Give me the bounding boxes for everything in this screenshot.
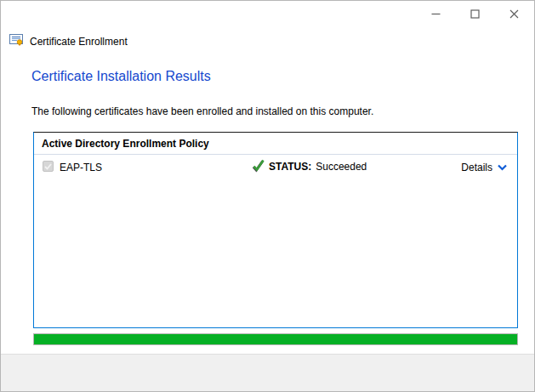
minimize-icon <box>431 9 441 19</box>
certificate-enrollment-window: Certificate Enrollment Certificate Insta… <box>0 0 535 392</box>
enrollment-policy-panel: Active Directory Enrollment Policy EAP-T… <box>33 132 518 328</box>
app-header: Certificate Enrollment <box>9 32 128 50</box>
status-group: STATUS: Succeeded <box>252 158 367 175</box>
progress-bar <box>33 333 518 345</box>
details-label: Details <box>461 162 492 173</box>
caption-button-group <box>416 2 533 26</box>
page-title: Certificate Installation Results <box>31 69 211 84</box>
status-label: STATUS: <box>269 161 311 173</box>
enrollment-policy-header: Active Directory Enrollment Policy <box>34 133 517 155</box>
details-dropdown[interactable]: Details <box>461 162 507 173</box>
close-icon <box>509 9 519 19</box>
certificate-row: EAP-TLS STATUS: Succeeded Details <box>34 155 517 184</box>
chevron-down-icon <box>498 162 507 173</box>
certificate-icon <box>9 32 24 50</box>
checkbox-check-icon <box>43 162 53 171</box>
maximize-button[interactable] <box>455 2 494 26</box>
close-button[interactable] <box>494 2 533 26</box>
maximize-icon <box>470 9 480 19</box>
certificate-checkbox-disabled <box>43 161 54 172</box>
certificate-name: EAP-TLS <box>60 162 102 173</box>
progress-fill <box>34 334 517 344</box>
status-value: Succeeded <box>316 161 367 173</box>
page-description: The following certificates have been enr… <box>31 105 373 117</box>
app-title: Certificate Enrollment <box>30 36 128 48</box>
footer-bar: Finish <box>1 354 534 391</box>
minimize-button[interactable] <box>416 2 455 26</box>
success-check-icon <box>252 158 265 175</box>
